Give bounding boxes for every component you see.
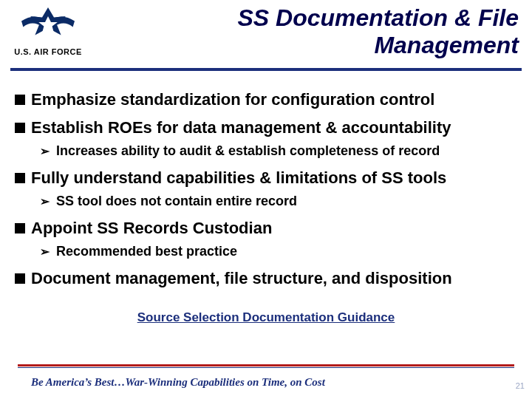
page-number: 21	[516, 381, 525, 390]
guidance-link[interactable]: Source Selection Documentation Guidance	[137, 310, 395, 324]
footer-divider-blue	[18, 367, 514, 368]
bullet-4: Appoint SS Records Custodian	[15, 219, 517, 238]
square-bullet-icon	[15, 273, 25, 284]
slide-title: SS Documentation & File Management	[105, 4, 519, 59]
arrow-bullet-icon: ➢	[40, 244, 52, 260]
slide-title-line2: Management	[374, 32, 519, 58]
square-bullet-icon	[15, 173, 25, 183]
guidance-link-row: Source Selection Documentation Guidance	[15, 310, 517, 325]
bullet-3-sub-1: ➢ SS tool does not contain entire record	[40, 194, 517, 210]
bullet-2: Establish ROEs for data management & acc…	[15, 118, 517, 137]
bullet-4-sub-1-text: Recommended best practice	[56, 244, 237, 259]
bullet-5: Document management, file structure, and…	[15, 269, 517, 288]
bullet-2-sub-1-text: Increases ability to audit & establish c…	[56, 143, 440, 159]
arrow-bullet-icon: ➢	[40, 194, 52, 210]
title-divider	[10, 68, 522, 71]
slide-body: Emphasize standardization for configurat…	[15, 81, 517, 325]
square-bullet-icon	[15, 95, 25, 105]
square-bullet-icon	[15, 123, 25, 133]
bullet-3-sub-1-text: SS tool does not contain entire record	[56, 194, 297, 209]
slide-title-line1: SS Documentation & File	[238, 4, 519, 31]
usaf-wings-icon	[18, 4, 78, 46]
usaf-logo-block: U.S. AIR FORCE	[7, 4, 89, 56]
footer-tagline: Be America’s Best…War-Winning Capabiliti…	[31, 376, 325, 389]
bullet-4-sub-1: ➢ Recommended best practice	[40, 244, 517, 260]
usaf-logo-text: U.S. AIR FORCE	[7, 47, 89, 56]
bullet-2-text: Establish ROEs for data management & acc…	[31, 118, 451, 137]
bullet-1-text: Emphasize standardization for configurat…	[31, 90, 434, 109]
bullet-1: Emphasize standardization for configurat…	[15, 90, 517, 109]
square-bullet-icon	[15, 223, 25, 233]
bullet-3-text: Fully understand capabilities & limitati…	[31, 168, 446, 188]
bullet-4-text: Appoint SS Records Custodian	[31, 219, 272, 238]
slide: U.S. AIR FORCE SS Documentation & File M…	[0, 0, 532, 399]
bullet-3: Fully understand capabilities & limitati…	[15, 168, 517, 188]
footer-divider-red	[18, 364, 514, 366]
arrow-bullet-icon: ➢	[40, 143, 52, 160]
bullet-2-sub-1: ➢ Increases ability to audit & establish…	[40, 143, 517, 160]
bullet-5-text: Document management, file structure, and…	[31, 269, 452, 288]
slide-header: U.S. AIR FORCE SS Documentation & File M…	[0, 0, 532, 71]
